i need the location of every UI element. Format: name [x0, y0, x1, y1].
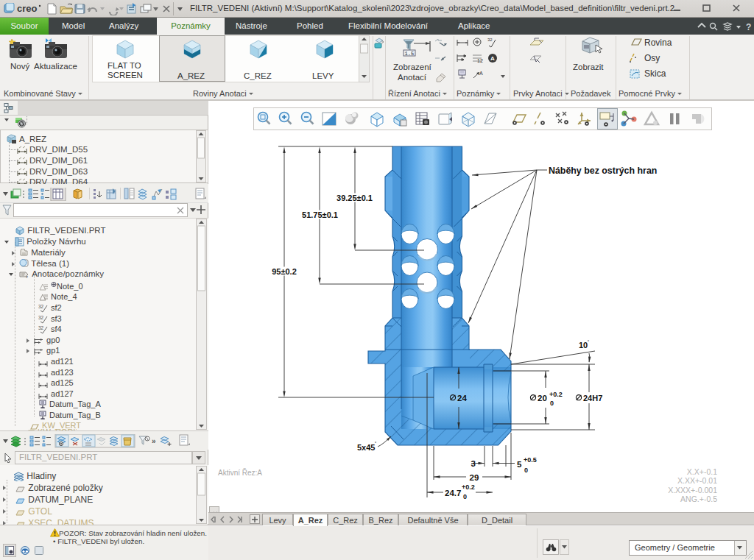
svg-text:5: 5 [517, 460, 522, 469]
svg-text:32: 32 [487, 38, 493, 42]
svg-text:creo: creo [17, 3, 38, 14]
svg-text:24: 24 [457, 394, 467, 403]
svg-text:˚: ˚ [375, 442, 376, 447]
svg-text:A: A [479, 71, 483, 76]
svg-text:51.75±0.1: 51.75±0.1 [302, 210, 338, 219]
svg-text:+0.2: +0.2 [462, 483, 475, 491]
svg-text:A: A [490, 55, 495, 62]
svg-text:0: 0 [463, 493, 467, 500]
svg-text:5x45: 5x45 [357, 443, 375, 452]
svg-text:ANG.+-0.5: ANG.+-0.5 [680, 495, 717, 503]
svg-text:29: 29 [470, 473, 479, 482]
svg-text:20: 20 [538, 394, 547, 403]
svg-text:Aktivní Řez:A: Aktivní Řez:A [218, 468, 262, 477]
svg-text:32: 32 [38, 325, 44, 330]
svg-text:+0.5: +0.5 [524, 456, 537, 464]
svg-text:10: 10 [579, 341, 588, 350]
svg-text:X.XXX+-0.001: X.XXX+-0.001 [668, 486, 717, 495]
svg-text:24H7: 24H7 [583, 394, 602, 403]
svg-text:24.7: 24.7 [445, 489, 461, 497]
svg-text:32: 32 [38, 304, 44, 309]
svg-text:1.5: 1.5 [405, 51, 415, 57]
svg-text:X.XX+-0.01: X.XX+-0.01 [677, 476, 717, 485]
svg-text:32: 32 [38, 315, 44, 320]
svg-text:z: z [26, 274, 28, 279]
svg-text:?: ? [746, 22, 751, 32]
svg-text:95±0.2: 95±0.2 [272, 267, 297, 276]
svg-text:+0.2: +0.2 [549, 391, 563, 398]
svg-text:3: 3 [471, 459, 476, 468]
svg-text:0: 0 [524, 467, 528, 474]
svg-text:»: » [152, 437, 156, 445]
svg-text:˚: ˚ [588, 340, 589, 345]
svg-text:X.X+-0.1: X.X+-0.1 [687, 467, 717, 476]
svg-text:12: 12 [477, 58, 483, 63]
svg-text:39.25±0.1: 39.25±0.1 [337, 194, 373, 202]
svg-text:Náběhy bez ostrých hran: Náběhy bez ostrých hran [549, 166, 657, 176]
svg-text:0: 0 [550, 400, 554, 407]
